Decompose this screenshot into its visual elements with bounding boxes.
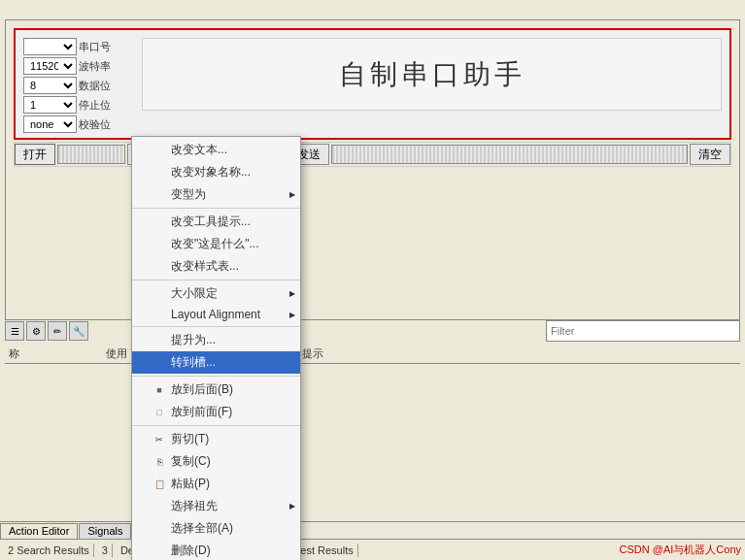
- menu-morph-to[interactable]: 变型为: [132, 183, 300, 206]
- menu-delete[interactable]: 删除(D): [132, 540, 300, 560]
- menu-cut[interactable]: ✂ 剪切(T): [132, 428, 300, 450]
- toolbar-icon-4[interactable]: 🔧: [69, 321, 88, 341]
- bottom-tabs: Action Editor Signals: [0, 521, 745, 539]
- send-input-field[interactable]: [331, 145, 688, 164]
- stop-bits-label: 停止位: [79, 98, 111, 113]
- col-name-header: 称: [5, 345, 102, 363]
- menu-go-to-slot-label: 转到槽...: [171, 354, 216, 371]
- paste-icon: 📋: [152, 477, 167, 492]
- menu-sep-2: [132, 280, 300, 280]
- menu-send-to-back[interactable]: ■ 放到后面(B): [132, 379, 300, 401]
- menu-sep-1: [132, 208, 300, 209]
- baud-rate-label: 波特率: [79, 59, 111, 74]
- menu-select-all-label: 选择全部(A): [171, 520, 233, 537]
- menu-copy-label: 复制(C): [171, 453, 211, 470]
- toolbar-icon-3[interactable]: ✏: [48, 321, 67, 341]
- menu-change-text[interactable]: 改变文本...: [132, 139, 300, 161]
- baud-rate-row: 115200 波特率: [23, 57, 138, 75]
- menu-morph-to-label: 变型为: [171, 186, 206, 203]
- menu-paste-label: 粘贴(P): [171, 476, 210, 492]
- parity-row: none 校验位: [23, 115, 138, 133]
- open-indicator: [57, 145, 125, 164]
- menu-bring-to-front[interactable]: □ 放到前面(F): [132, 401, 300, 423]
- menu-change-whats-this-label: 改变"这是什么"...: [171, 236, 259, 252]
- menu-layout-alignment-label: Layout Alignment: [171, 308, 260, 321]
- baud-rate-select[interactable]: 115200: [23, 57, 77, 75]
- menu-layout-alignment[interactable]: Layout Alignment: [132, 305, 300, 324]
- serial-port-row: 串口号: [23, 38, 138, 55]
- menu-delete-label: 删除(D): [171, 543, 211, 559]
- status-search-results: 2 Search Results: [4, 544, 94, 557]
- menu-go-to-slot[interactable]: 转到槽...: [132, 351, 300, 374]
- data-bits-row: 8 数据位: [23, 77, 138, 94]
- data-bits-select[interactable]: 8: [23, 77, 77, 94]
- stop-bits-select[interactable]: 1: [23, 96, 77, 114]
- menu-size-hint-label: 大小限定: [171, 285, 218, 302]
- parity-select[interactable]: none: [23, 115, 77, 133]
- menu-promote-to[interactable]: 提升为...: [132, 329, 300, 351]
- menu-change-whats-this[interactable]: 改变"这是什么"...: [132, 233, 300, 255]
- button-row: 打开 关闭 发送 清空: [14, 142, 731, 167]
- left-controls: 串口号 115200 波特率 8 数据位 1: [23, 38, 138, 135]
- toolbar-icon-1[interactable]: ☰: [5, 321, 24, 341]
- menu-bring-to-front-label: 放到前面(F): [171, 404, 232, 420]
- menu-sep-5: [132, 425, 300, 426]
- send-to-back-icon: ■: [152, 382, 167, 398]
- menu-change-tool-hint[interactable]: 改变工具提示...: [132, 211, 300, 233]
- filter-bar: [546, 320, 740, 342]
- menu-size-hint[interactable]: 大小限定: [132, 282, 300, 305]
- main-form: 串口号 115200 波特率 8 数据位 1: [5, 19, 740, 320]
- status-bar: 2 Search Results 3 Debugger Console 6 概要…: [0, 539, 745, 560]
- clear-button[interactable]: 清空: [690, 144, 730, 165]
- menu-sep-4: [132, 376, 300, 377]
- menu-select-all[interactable]: 选择全部(A): [132, 517, 300, 540]
- menu-copy[interactable]: ⎘ 复制(C): [132, 450, 300, 473]
- menu-send-to-back-label: 放到后面(B): [171, 381, 233, 398]
- menu-select-ancestors-label: 选择祖先: [171, 498, 218, 514]
- menu-change-text-label: 改变文本...: [171, 142, 227, 158]
- menu-cut-label: 剪切(T): [171, 431, 209, 447]
- context-menu: 改变文本... 改变对象名称... 变型为 改变工具提示... 改变"这是什么"…: [131, 136, 301, 560]
- cut-icon: ✂: [152, 432, 167, 447]
- serial-port-label: 串口号: [79, 40, 111, 54]
- menu-sep-3: [132, 326, 300, 327]
- tab-signals[interactable]: Signals: [79, 523, 131, 539]
- menu-select-ancestors[interactable]: 选择祖先: [132, 495, 300, 517]
- tab-action-editor[interactable]: Action Editor: [0, 523, 78, 539]
- menu-change-obj-name-label: 改变对象名称...: [171, 164, 251, 181]
- data-bits-label: 数据位: [79, 79, 111, 93]
- bring-to-front-icon: □: [152, 405, 167, 420]
- filter-input[interactable]: [551, 325, 735, 337]
- toolbar-area: ☰ ⚙ ✏ 🔧: [5, 320, 88, 342]
- menu-change-tool-hint-label: 改变工具提示...: [171, 214, 251, 230]
- menu-change-style[interactable]: 改变样式表...: [132, 255, 300, 278]
- status-count: 3: [98, 544, 113, 557]
- stop-bits-row: 1 停止位: [23, 96, 138, 114]
- menu-paste[interactable]: 📋 粘贴(P): [132, 473, 300, 495]
- serial-port-select[interactable]: [23, 38, 77, 55]
- copy-icon: ⎘: [152, 454, 167, 470]
- app-container: 串口号 115200 波特率 8 数据位 1: [0, 0, 745, 560]
- watermark: CSDN @AI与机器人Cony: [620, 543, 741, 557]
- toolbar-icon-2[interactable]: ⚙: [26, 321, 46, 341]
- parity-label: 校验位: [79, 117, 111, 132]
- menu-change-style-label: 改变样式表...: [171, 258, 239, 275]
- open-button[interactable]: 打开: [15, 144, 55, 165]
- title-area: 自制串口助手: [142, 38, 722, 111]
- menu-change-obj-name[interactable]: 改变对象名称...: [132, 161, 300, 183]
- app-title: 自制串口助手: [339, 56, 525, 93]
- menu-promote-to-label: 提升为...: [171, 332, 216, 348]
- red-panel: 串口号 115200 波特率 8 数据位 1: [14, 28, 731, 140]
- table-header: 称 使用 可选的 工具提示: [5, 345, 740, 364]
